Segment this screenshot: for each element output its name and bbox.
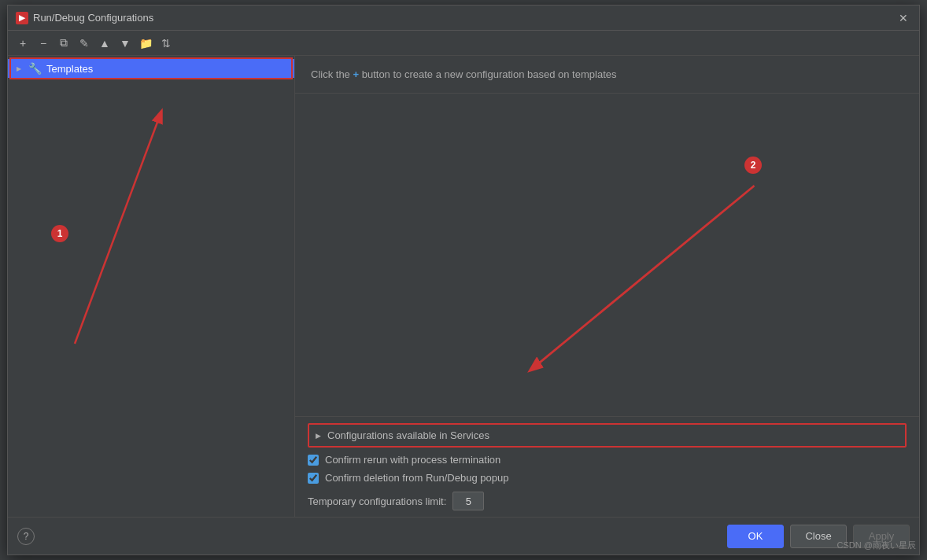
tree-arrow-icon: ▶ xyxy=(14,64,24,73)
configs-available-label: Configurations available in Services xyxy=(327,429,489,441)
title-bar: ▶ Run/Debug Configurations ✕ xyxy=(8,6,919,31)
main-content: ▶ 🔧 Templates 1 Click the + button to cr… xyxy=(8,56,919,517)
dialog-icon: ▶ xyxy=(16,12,28,24)
checkbox-rerun[interactable] xyxy=(308,455,319,466)
footer: ? OK Close Apply xyxy=(8,517,919,554)
left-panel: ▶ 🔧 Templates 1 xyxy=(8,56,295,517)
svg-line-1 xyxy=(530,186,754,370)
copy-button[interactable]: ⧉ xyxy=(55,35,72,52)
move-up-button[interactable]: ▲ xyxy=(96,35,113,52)
checkbox-rerun-row: Confirm rerun with process termination xyxy=(308,452,907,467)
configs-available-row[interactable]: ▶ Configurations available in Services xyxy=(308,423,907,448)
bottom-section: ▶ Configurations available in Services C… xyxy=(295,416,919,517)
close-dialog-button[interactable]: Close xyxy=(790,525,847,548)
welcome-plus: + xyxy=(353,68,359,80)
help-button[interactable]: ? xyxy=(17,528,35,545)
run-debug-dialog: ▶ Run/Debug Configurations ✕ + − ⧉ ✎ ▲ ▼… xyxy=(7,5,920,555)
templates-icon: 🔧 xyxy=(28,62,42,75)
footer-left: ? xyxy=(17,528,35,545)
templates-label: Templates xyxy=(46,63,93,75)
dialog-title: Run/Debug Configurations xyxy=(33,12,153,24)
annotation-badge-2: 2 xyxy=(744,157,762,174)
remove-button[interactable]: − xyxy=(35,35,52,52)
annotation-badge-1: 1 xyxy=(51,225,68,242)
move-down-button[interactable]: ▼ xyxy=(116,35,134,52)
limit-input[interactable] xyxy=(452,492,484,510)
welcome-text-part1: Click the xyxy=(311,68,350,80)
limit-row: Temporary configurations limit: xyxy=(308,492,907,510)
checkbox-deletion-label: Confirm deletion from Run/Debug popup xyxy=(325,472,508,484)
close-window-button[interactable]: ✕ xyxy=(896,10,911,26)
arrow-2-svg xyxy=(295,94,919,416)
add-button[interactable]: + xyxy=(14,35,31,52)
configs-expand-arrow: ▶ xyxy=(316,432,321,440)
ok-button[interactable]: OK xyxy=(727,525,784,548)
welcome-area: Click the + button to create a new confi… xyxy=(295,56,919,94)
main-empty-area: 2 xyxy=(295,94,919,416)
right-content: Click the + button to create a new confi… xyxy=(295,56,919,517)
title-bar-left: ▶ Run/Debug Configurations xyxy=(16,12,153,24)
folder-button[interactable]: 📁 xyxy=(137,35,154,52)
sort-button[interactable]: ⇅ xyxy=(157,35,175,52)
tree-item-templates[interactable]: ▶ 🔧 Templates xyxy=(8,59,294,78)
welcome-text-part2: button to create a new configuration bas… xyxy=(362,68,617,80)
right-panel: Click the + button to create a new confi… xyxy=(295,56,919,517)
checkbox-deletion[interactable] xyxy=(308,473,319,484)
toolbar: + − ⧉ ✎ ▲ ▼ 📁 ⇅ xyxy=(8,31,919,56)
checkbox-deletion-row: Confirm deletion from Run/Debug popup xyxy=(308,470,907,485)
footer-right: OK Close Apply xyxy=(727,525,910,548)
checkbox-rerun-label: Confirm rerun with process termination xyxy=(325,454,500,466)
edit-button[interactable]: ✎ xyxy=(76,35,93,52)
limit-label: Temporary configurations limit: xyxy=(308,496,446,507)
apply-button[interactable]: Apply xyxy=(853,525,910,548)
